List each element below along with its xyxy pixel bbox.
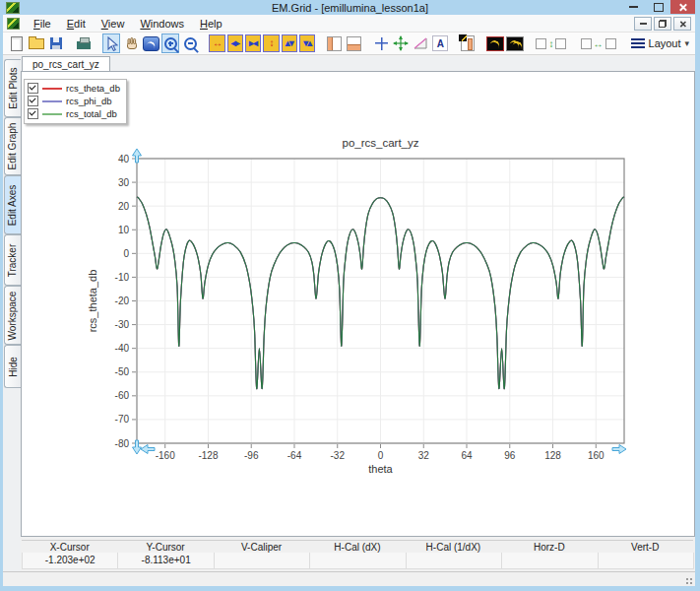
svg-text:rcs_theta_db: rcs_theta_db <box>87 270 98 333</box>
bottom-axis-zone-button[interactable] <box>345 33 362 53</box>
svg-text:theta: theta <box>368 463 393 475</box>
menu-bar: File Edit View Windows Help <box>3 15 695 33</box>
link-h-box-icon <box>605 38 616 49</box>
sidebar-tab-edit-plots[interactable]: Edit Plots <box>4 59 21 117</box>
svg-text:0: 0 <box>123 248 129 259</box>
minimize-button[interactable] <box>621 0 646 14</box>
title-bar: EM.Grid - [emillumina_lesson1a] <box>0 0 700 15</box>
svg-text:32: 32 <box>418 450 430 461</box>
zoom-in-button[interactable] <box>161 33 179 53</box>
select-tool-button[interactable] <box>102 33 120 53</box>
save-button[interactable] <box>47 33 65 53</box>
pan-y-out-button[interactable]: ▴▾ <box>282 34 297 52</box>
mdi-minimize-button[interactable] <box>634 17 652 31</box>
svg-text:-70: -70 <box>115 414 130 425</box>
open-file-button[interactable] <box>28 33 45 53</box>
window-border <box>0 0 3 591</box>
bottom-axis-zone-icon <box>347 36 361 51</box>
tracker-button[interactable] <box>392 33 410 53</box>
pan-x-out-button[interactable]: ◂▸ <box>227 34 243 52</box>
svg-text:-40: -40 <box>115 343 130 354</box>
legend-label: rcs_total_db <box>66 108 117 119</box>
menu-windows[interactable]: Windows <box>132 17 192 31</box>
pan-x-in-button[interactable]: ▸◂ <box>245 34 261 52</box>
chart-canvas[interactable]: -160-128-96-64-320326496128160403020100-… <box>22 72 694 536</box>
copy-image-icon <box>461 35 475 51</box>
window-title: EM.Grid - [emillumina_lesson1a] <box>0 2 700 14</box>
layout-icon <box>631 38 645 49</box>
print-button[interactable] <box>75 33 93 53</box>
new-file-button[interactable] <box>8 33 26 53</box>
sidebar-tab-hide[interactable]: Hide <box>4 345 21 388</box>
print-icon <box>77 41 91 49</box>
document-tab[interactable]: po_rcs_cart_yz <box>22 56 110 71</box>
expand-y-icon: ↕ <box>269 38 273 48</box>
link-h-box-icon <box>581 38 592 49</box>
svg-text:128: 128 <box>544 450 561 461</box>
svg-text:96: 96 <box>504 450 516 461</box>
link-vertical-button[interactable]: ↕ <box>534 33 568 53</box>
slope-triangle-icon <box>413 36 428 50</box>
window-border <box>695 0 700 591</box>
menu-help[interactable]: Help <box>192 17 230 31</box>
zoom-out-button[interactable] <box>181 33 199 53</box>
svg-text:-128: -128 <box>198 450 218 461</box>
sidebar-tabstrip: Edit Plots Edit Graph Edit Axes Tracker … <box>3 56 21 571</box>
single-plot-button[interactable] <box>486 33 504 53</box>
layout-label: Layout <box>649 37 681 49</box>
text-tool-icon: A <box>432 35 448 51</box>
legend-checkbox-rcs-phi[interactable] <box>28 96 38 106</box>
mdi-restore-button[interactable] <box>654 17 671 31</box>
legend-checkbox-rcs-theta[interactable] <box>28 83 38 94</box>
left-axis-zone-icon <box>327 36 342 51</box>
sidebar-tab-tracker[interactable]: Tracker <box>4 234 21 286</box>
pan-y-in-button[interactable]: ▾▴ <box>299 34 315 52</box>
svg-text:20: 20 <box>118 201 130 212</box>
multi-plot-button[interactable] <box>506 33 524 53</box>
single-plot-icon <box>486 36 504 51</box>
layout-caret-icon: ▾ <box>685 38 690 48</box>
new-file-icon <box>11 36 23 51</box>
legend-line-swatch <box>42 88 62 90</box>
tracker-axes-icon <box>393 35 409 51</box>
pan-y-in-icon: ▾▴ <box>303 38 311 48</box>
copy-image-button[interactable] <box>459 33 477 53</box>
left-axis-zone-button[interactable] <box>325 33 343 53</box>
status-value-horz-d <box>501 553 598 569</box>
text-tool-button[interactable]: A <box>431 33 449 53</box>
status-value-x-cursor: -1.203e+02 <box>22 553 118 569</box>
link-horizontal-button[interactable]: ↔ <box>579 33 618 53</box>
expand-x-button[interactable]: ↔ <box>209 34 224 52</box>
link-v-box-icon <box>555 38 566 49</box>
status-value-h-cal-1dx <box>406 553 502 569</box>
slope-tool-button[interactable] <box>412 33 429 53</box>
svg-text:-10: -10 <box>115 272 130 283</box>
resize-grip[interactable] <box>684 576 693 585</box>
close-button[interactable] <box>670 0 695 14</box>
sidebar-tab-edit-graph[interactable]: Edit Graph <box>4 117 21 175</box>
svg-text:-96: -96 <box>244 450 259 461</box>
sidebar-tab-workspace[interactable]: Workspace <box>4 286 21 345</box>
plot-page[interactable]: -160-128-96-64-320326496128160403020100-… <box>21 71 695 537</box>
menu-file[interactable]: File <box>26 17 59 31</box>
menu-edit[interactable]: Edit <box>59 17 94 31</box>
pan-tool-button[interactable] <box>122 33 140 53</box>
mdi-close-button[interactable] <box>673 17 691 31</box>
expand-y-button[interactable]: ↕ <box>263 34 279 52</box>
legend-label: rcs_theta_db <box>66 83 120 94</box>
plot-legend: rcs_theta_db rcs_phi_db rcs_total_db <box>24 79 127 124</box>
sidebar-tab-edit-axes[interactable]: Edit Axes <box>4 175 21 234</box>
menu-view[interactable]: View <box>94 17 133 31</box>
pan-x-out-icon: ◂▸ <box>231 38 239 48</box>
svg-text:po_rcs_cart_yz: po_rcs_cart_yz <box>343 137 419 149</box>
svg-text:-30: -30 <box>115 319 130 330</box>
link-h-arrows-icon: ↔ <box>594 38 604 49</box>
crosshair-button[interactable] <box>372 33 390 53</box>
zoom-window-button[interactable] <box>142 33 159 53</box>
status-value-h-cal-dx <box>309 553 406 569</box>
legend-label: rcs_phi_db <box>66 96 111 106</box>
layout-menu-button[interactable]: Layout ▾ <box>625 35 696 51</box>
svg-text:30: 30 <box>118 177 130 188</box>
maximize-button[interactable] <box>646 0 670 14</box>
legend-checkbox-rcs-total[interactable] <box>28 108 38 119</box>
